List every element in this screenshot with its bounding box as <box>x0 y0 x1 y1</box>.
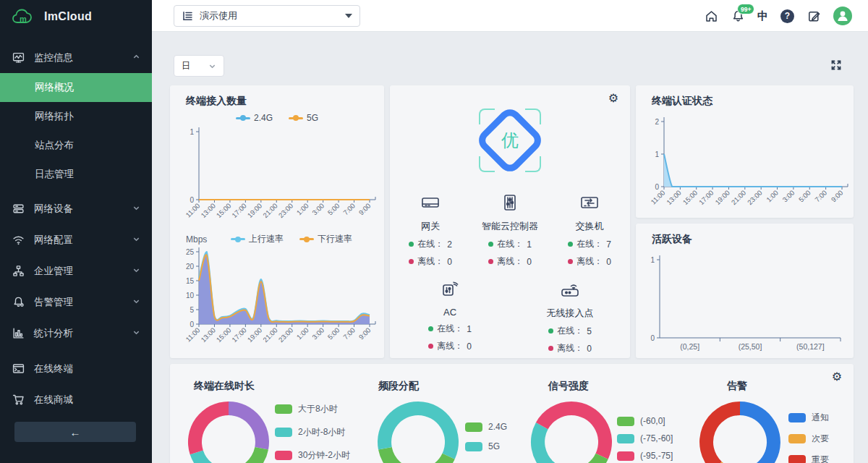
donut-legend: (-60,0] (-75,-60] (-95,-75] <box>617 416 673 461</box>
chevron-down-icon <box>208 62 216 70</box>
svg-text:0: 0 <box>190 196 194 204</box>
terminal-access-chart: 0111:0013:0015:0017:0019:0021:0023:001:0… <box>176 126 378 233</box>
offline-count: 0 <box>447 257 452 267</box>
bar-chart-icon <box>12 327 25 339</box>
offline-dot <box>568 259 573 264</box>
sidebar-item-label: 监控信息 <box>34 51 73 64</box>
section-title: 终端在线时长 <box>194 380 255 393</box>
sidebar-item-network-devices[interactable]: 网络设备 <box>0 193 152 224</box>
chevron-down-icon <box>132 297 140 307</box>
svg-text:1:00: 1:00 <box>295 202 310 217</box>
cloud-logo-icon: m <box>10 7 38 27</box>
legend-item[interactable]: 5G <box>465 441 507 451</box>
legend-item-uplink[interactable]: 上行速率 <box>231 233 284 245</box>
svg-text:11:00: 11:00 <box>184 326 201 344</box>
brand-name: ImCloud <box>44 10 92 23</box>
legend-item[interactable]: 次要 <box>788 433 829 445</box>
legend-item[interactable]: 大于8小时 <box>275 403 350 415</box>
org-selector-value: 演示使用 <box>200 9 339 22</box>
legend-item[interactable]: 2.4G <box>465 422 507 432</box>
collapse-arrow-icon: ← <box>70 426 81 438</box>
terminal-icon <box>12 362 25 375</box>
period-select[interactable]: 日 <box>174 55 224 77</box>
legend-item[interactable]: (-95,-75] <box>617 451 673 461</box>
topbar: 演示使用 99+ 中 ? <box>152 0 868 32</box>
notifications-bell-icon[interactable]: 99+ <box>731 9 745 23</box>
switch-icon <box>579 203 600 215</box>
dropdown-caret-icon <box>345 14 352 18</box>
svg-text:15:00: 15:00 <box>215 326 233 344</box>
online-count: 5 <box>587 326 592 336</box>
legend-item-24g[interactable]: 2.4G <box>236 113 273 123</box>
offline-dot <box>409 259 414 264</box>
language-toggle[interactable]: 中 <box>757 9 768 23</box>
home-icon[interactable] <box>704 9 718 23</box>
fullscreen-icon[interactable] <box>829 58 843 72</box>
svg-text:19:00: 19:00 <box>246 202 264 220</box>
sidebar-item-online-terminals[interactable]: 在线终端 <box>0 353 152 384</box>
sidebar-item-alert-management[interactable]: 告警管理 <box>0 286 152 318</box>
svg-text:19:00: 19:00 <box>246 326 264 344</box>
user-avatar[interactable] <box>833 7 852 25</box>
online-count: 1 <box>527 239 532 250</box>
donut-legend: 通知 次要 重要 <box>788 412 829 463</box>
svg-text:10: 10 <box>186 292 195 300</box>
settings-gear-icon[interactable]: ⚙ <box>832 371 842 383</box>
throughput-header: Mbps 上行速率 下行速率 <box>170 233 384 245</box>
sidebar-item-network-config[interactable]: 网络配置 <box>0 224 152 255</box>
legend-item[interactable]: (-75,-60] <box>617 433 673 443</box>
online-count: 7 <box>606 239 611 250</box>
offline-count: 0 <box>606 257 611 267</box>
settings-gear-icon[interactable]: ⚙ <box>608 93 618 104</box>
offline-dot <box>428 344 433 349</box>
throughput-chart: 051015202511:0013:0015:0017:0019:0021:00… <box>176 246 378 356</box>
sidebar-item-log-management[interactable]: 日志管理 <box>0 160 152 189</box>
health-grade: 优 <box>479 109 541 172</box>
legend-item[interactable]: 2小时-8小时 <box>275 426 350 438</box>
help-icon[interactable]: ? <box>780 9 794 23</box>
feedback-compose-icon[interactable] <box>807 9 821 23</box>
svg-text:15:00: 15:00 <box>681 189 699 207</box>
legend-item-downlink[interactable]: 下行速率 <box>299 233 352 245</box>
chevron-down-icon <box>132 328 140 339</box>
device-gateway[interactable]: 网关 在线：2 离线：0 <box>391 192 470 268</box>
device-wireless-ap[interactable]: 无线接入点 在线：5 离线：0 <box>510 279 630 354</box>
sidebar-item-network-topology[interactable]: 网络拓扑 <box>0 102 152 131</box>
legend-item[interactable]: 通知 <box>788 412 829 424</box>
svg-text:(25,50]: (25,50] <box>739 342 762 351</box>
sidebar-item-enterprise-management[interactable]: 企业管理 <box>0 255 152 286</box>
sidebar-collapse-button[interactable]: ← <box>14 422 136 442</box>
auth-status-chart: 01211:0013:0015:0017:0019:0021:0023:001:… <box>639 113 849 216</box>
sidebar-item-site-distribution[interactable]: 站点分布 <box>0 131 152 160</box>
svg-text:23:00: 23:00 <box>746 189 764 207</box>
section-title: 频段分配 <box>378 380 419 393</box>
alerts-donut <box>698 400 782 463</box>
offline-count: 0 <box>527 257 532 267</box>
sidebar-item-network-overview[interactable]: 网络概况 <box>0 73 152 102</box>
svg-text:17:00: 17:00 <box>697 189 715 207</box>
device-switch[interactable]: 交换机 在线：7 离线：0 <box>550 192 629 268</box>
card-title: 活跃设备 <box>652 233 692 246</box>
y-axis-unit: Mbps <box>186 234 207 245</box>
device-cloud-controller[interactable]: 智能云控制器 在线：1 离线：0 <box>470 192 550 268</box>
legend-item[interactable]: 30分钟-2小时 <box>275 449 350 462</box>
online-duration-donut <box>187 400 271 463</box>
sidebar-item-monitor-info[interactable]: 监控信息 <box>0 42 152 73</box>
main-content: 日 终端接入数量 2.4G 5G 0111:0013:0015:0017:001… <box>152 32 868 463</box>
legend-item[interactable]: 重要 <box>788 454 829 463</box>
sidebar-item-online-store[interactable]: 在线商城 <box>0 384 152 415</box>
sidebar-item-statistics[interactable]: 统计分析 <box>0 318 152 349</box>
device-status-grid: 网关 在线：2 离线：0 智能云控制器 在线：1 离线：0 <box>390 192 630 354</box>
svg-text:5: 5 <box>190 306 194 314</box>
legend-item[interactable]: (-60,0] <box>617 416 673 426</box>
org-selector-dropdown[interactable]: 演示使用 <box>174 5 360 27</box>
device-ac[interactable]: AC 在线：1 离线：0 <box>390 279 510 354</box>
chevron-down-icon <box>132 234 140 245</box>
svg-text:15: 15 <box>186 277 195 285</box>
legend-item-5g[interactable]: 5G <box>289 113 318 123</box>
online-dot <box>409 242 414 247</box>
card-active-devices: 活跃设备 01(0,25](25,50](50,127] <box>636 224 854 358</box>
chevron-down-icon <box>132 203 140 214</box>
svg-text:13:00: 13:00 <box>665 189 683 207</box>
card-network-health: ⚙ 优 网关 在线：2 离线：0 <box>390 85 630 358</box>
